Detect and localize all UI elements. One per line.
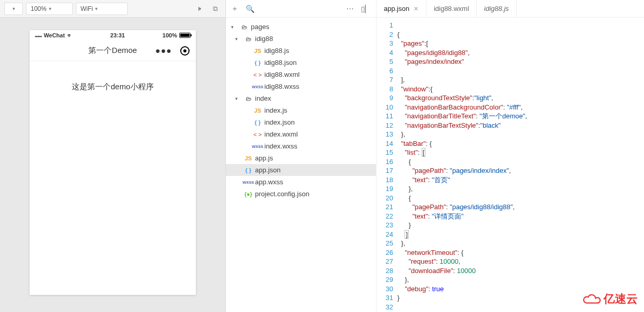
split-icon[interactable]: ▯▏ <box>361 5 371 13</box>
code-line[interactable]: "pagePath": "pages/index/index", <box>397 166 644 175</box>
file-type-icon: wxss <box>242 180 255 185</box>
file-type-icon: < > <box>251 131 264 138</box>
file-item[interactable]: < >index.wxml <box>226 128 376 140</box>
folder-item[interactable]: ▾🗁pages <box>226 21 376 33</box>
chevron-down-icon: ▾ <box>49 6 51 11</box>
code-content[interactable]: { "pages":[ "pages/idig88/idig88", "page… <box>397 18 644 312</box>
file-type-icon: 🗁 <box>237 24 251 30</box>
file-item[interactable]: wxssidig88.wxss <box>226 80 376 92</box>
file-type-icon: 🗁 <box>242 96 255 102</box>
file-item[interactable]: wxssapp.wxss <box>226 176 376 188</box>
file-item[interactable]: < >idig88.wxml <box>226 69 376 80</box>
code-line[interactable]: "pages/idig88/idig88", <box>397 48 644 58</box>
code-line[interactable]: { <box>397 30 644 39</box>
file-label: idig88.wxss <box>264 83 299 90</box>
code-line[interactable]: ] <box>397 230 644 239</box>
target-icon[interactable] <box>180 46 190 56</box>
file-label: index <box>255 94 271 102</box>
mute-icon[interactable]: 🕨 <box>193 3 206 15</box>
file-item[interactable]: JSapp.js <box>226 152 376 164</box>
code-line[interactable]: "downloadFile": 10000 <box>397 266 644 276</box>
code-line[interactable]: { <box>397 157 644 167</box>
network-value: WiFi <box>81 5 93 12</box>
status-bar: WeChat ᯤ 23:31 100% <box>30 30 196 40</box>
file-type-icon: wxss <box>251 84 264 89</box>
chevron-down-icon: ▾ <box>95 6 98 11</box>
wifi-icon: ᯤ <box>67 32 73 38</box>
file-item[interactable]: { }app.json <box>226 164 376 176</box>
code-editor[interactable]: 1234567891011121314151617181920212223242… <box>377 18 644 312</box>
file-label: project.config.json <box>255 190 310 198</box>
signal-icon <box>35 32 42 38</box>
caret-icon: ▾ <box>235 96 242 101</box>
code-line[interactable]: "list": [ <box>397 148 644 157</box>
line-gutter: 1234567891011121314151617181920212223242… <box>377 18 397 312</box>
more-icon[interactable]: ●●● <box>155 46 172 56</box>
code-line[interactable]: "text": "首页" <box>397 175 644 185</box>
code-line[interactable]: "text": "详情页面" <box>397 212 644 221</box>
code-line[interactable]: ], <box>397 75 644 85</box>
chevron-down-icon: ▾ <box>12 6 15 11</box>
code-line[interactable]: }, <box>397 130 644 139</box>
editor-panel: app.json✕idig88.wxmlidig88.js 1234567891… <box>377 0 644 312</box>
tree-toolbar: ＋ 🔍 ⋯ ▯▏ <box>226 0 376 18</box>
network-dropdown[interactable]: WiFi▾ <box>76 3 128 15</box>
zoom-dropdown[interactable]: 100%▾ <box>26 3 73 15</box>
code-line[interactable]: }, <box>397 239 644 248</box>
code-line[interactable]: { <box>397 194 644 203</box>
code-line[interactable] <box>397 21 644 30</box>
code-line[interactable]: "tabBar": { <box>397 139 644 148</box>
file-item[interactable]: {●}project.config.json <box>226 188 376 200</box>
editor-tabs: app.json✕idig88.wxmlidig88.js <box>377 0 644 18</box>
code-line[interactable]: } <box>397 221 644 230</box>
file-label: index.wxml <box>264 130 298 138</box>
code-line[interactable]: }, <box>397 184 644 194</box>
watermark: 亿速云 <box>583 291 638 307</box>
code-line[interactable]: "networkTimeout": { <box>397 248 644 257</box>
code-line[interactable]: "pages":[ <box>397 39 644 48</box>
code-line[interactable]: "window":{ <box>397 85 644 94</box>
code-line[interactable]: "request": 10000, <box>397 257 644 266</box>
file-item[interactable]: wxssindex.wxss <box>226 140 376 152</box>
code-line[interactable] <box>397 66 644 76</box>
file-tree: ▾🗁pages▾🗁idig88JSidig88.js{ }idig88.json… <box>226 18 376 312</box>
file-label: app.wxss <box>255 178 283 186</box>
file-type-icon: JS <box>242 155 255 161</box>
cloud-icon <box>583 293 601 305</box>
simulator-panel: ▾ 100%▾ WiFi▾ 🕨 ⧉ WeChat ᯤ 23:31 100% 第一… <box>0 0 226 312</box>
file-type-icon: { } <box>251 119 264 126</box>
add-icon[interactable]: ＋ <box>231 4 238 13</box>
file-item[interactable]: { }idig88.json <box>226 57 376 69</box>
more-icon[interactable]: ⋯ <box>346 5 354 13</box>
watermark-text: 亿速云 <box>603 291 638 307</box>
editor-tab[interactable]: app.json✕ <box>377 0 426 17</box>
code-line[interactable]: "navigationBarTextStyle":"black" <box>397 121 644 130</box>
nav-bar: 第一个Demoe ●●● <box>30 40 196 61</box>
phone-frame: WeChat ᯤ 23:31 100% 第一个Demoe ●●● 这是第一个de… <box>30 30 196 295</box>
file-label: index.wxss <box>264 142 298 150</box>
folder-item[interactable]: ▾🗁index <box>226 92 376 104</box>
file-item[interactable]: { }index.json <box>226 116 376 128</box>
device-dropdown[interactable]: ▾ <box>4 3 23 15</box>
file-label: app.json <box>255 166 280 174</box>
file-item[interactable]: JSindex.js <box>226 104 376 116</box>
file-label: idig88.wxml <box>264 71 300 78</box>
restore-icon[interactable]: ⧉ <box>209 3 221 15</box>
code-line[interactable]: "pagePath": "pages/idig88/idig88", <box>397 202 644 212</box>
close-icon[interactable]: ✕ <box>413 5 419 12</box>
editor-tab[interactable]: idig88.js <box>477 0 517 17</box>
phone-wrap: WeChat ᯤ 23:31 100% 第一个Demoe ●●● 这是第一个de… <box>0 18 225 312</box>
search-icon[interactable]: 🔍 <box>246 5 254 13</box>
code-line[interactable]: "pages/index/index" <box>397 57 644 66</box>
code-line[interactable]: "backgroundTextStyle":"light", <box>397 93 644 103</box>
battery-label: 100% <box>163 32 177 38</box>
code-line[interactable]: "navigationBarBackgroundColor": "#fff", <box>397 103 644 112</box>
code-line[interactable]: }, <box>397 275 644 284</box>
folder-item[interactable]: ▾🗁idig88 <box>226 33 376 45</box>
tab-label: app.json <box>384 5 409 12</box>
file-item[interactable]: JSidig88.js <box>226 45 376 57</box>
file-type-icon: 🗁 <box>242 36 255 42</box>
editor-tab[interactable]: idig88.wxml <box>426 0 477 17</box>
file-label: idig88 <box>255 35 273 43</box>
code-line[interactable]: "navigationBarTitleText": "第一个demoe", <box>397 112 644 121</box>
